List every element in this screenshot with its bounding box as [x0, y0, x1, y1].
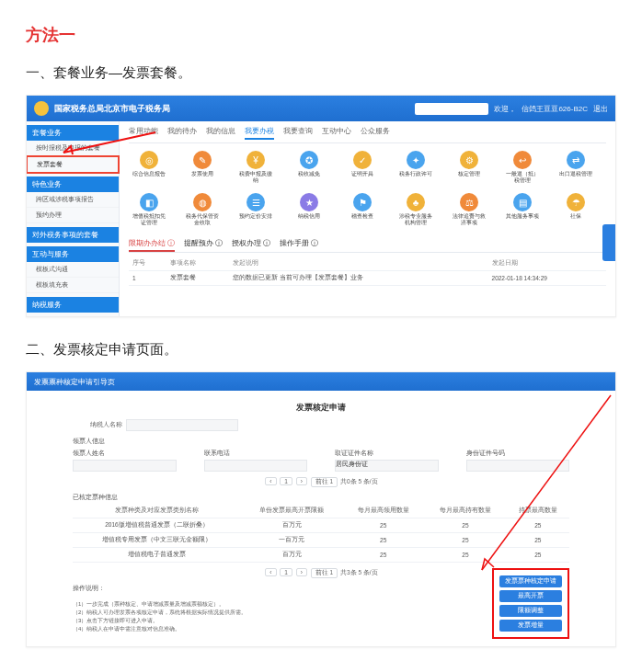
pager-info: 共3条 5 条/页: [340, 569, 378, 575]
top-tab[interactable]: 我要办税: [245, 127, 274, 140]
top-tab[interactable]: 我的待办: [167, 127, 197, 140]
table-header: 每月最高领用数量: [342, 504, 424, 518]
field-input[interactable]: [73, 460, 177, 472]
service-icon[interactable]: ¥税费申报及缴纳: [237, 151, 274, 184]
service-icon[interactable]: ☰预约定价安排: [237, 193, 274, 226]
sidebar-head[interactable]: 纳税服务: [27, 297, 119, 313]
icon-label: 其他服务事项: [506, 213, 539, 226]
service-icon[interactable]: ⇄出口退税管理: [557, 151, 594, 184]
table-cell: 2022-01-18 14:34:29: [488, 271, 606, 286]
agent-field: 身份证件号码: [466, 450, 570, 472]
task-tab[interactable]: 操作手册 ⓘ: [280, 237, 318, 252]
task-tab[interactable]: 授权办理 ⓘ: [232, 237, 270, 252]
sidebar-head[interactable]: 对外税务事项的套餐: [27, 227, 119, 243]
search-input[interactable]: [415, 103, 488, 115]
service-icon[interactable]: ▤其他服务事项: [504, 193, 541, 226]
field-input[interactable]: [466, 460, 570, 472]
form-title: 发票核定申请: [73, 402, 569, 414]
icon-label: 发票使用: [191, 171, 213, 184]
top-tab[interactable]: 公众服务: [361, 127, 390, 140]
section-assigned: 已核定票种信息: [73, 493, 569, 502]
sidebar-head[interactable]: 特色业务: [27, 177, 119, 192]
table-header: 序号: [129, 256, 166, 271]
table-header: 持票最高数量: [507, 504, 569, 518]
sidebar-item[interactable]: 模板式沟通: [27, 262, 119, 278]
service-icon[interactable]: ◧增值税抵扣凭证管理: [131, 193, 167, 226]
next-icon[interactable]: ›: [296, 568, 307, 576]
service-icon[interactable]: ★纳税信用: [291, 193, 327, 226]
top-tab[interactable]: 互动中心: [322, 127, 351, 140]
table-header: 单份发票最高开票限额: [241, 504, 342, 518]
service-icon[interactable]: ✪税收减免: [291, 151, 327, 184]
社保-icon: ☂: [567, 193, 585, 211]
field-label: 身份证件号码: [466, 450, 570, 458]
top-tab[interactable]: 我要查询: [283, 127, 313, 140]
logout-link[interactable]: 退出: [593, 104, 608, 114]
sidebar-item-invoice-package[interactable]: 发票套餐: [27, 156, 119, 173]
step-one-text: 一、套餐业务—发票套餐。: [26, 64, 616, 82]
table-cell: 25: [424, 518, 506, 533]
table-cell: 25: [507, 518, 569, 533]
icon-label: 税费申报及缴纳: [237, 171, 274, 184]
service-icon[interactable]: ↩一般退（抵）税管理: [504, 151, 541, 184]
taxpayer-label: 纳税人名称: [73, 419, 126, 431]
table-cell: 发票套餐: [166, 271, 229, 286]
sidebar-head[interactable]: 互动与服务: [27, 246, 119, 262]
service-icon[interactable]: ☂社保: [557, 193, 594, 226]
service-icon[interactable]: ⚑稽查检查: [344, 193, 381, 226]
service-icon[interactable]: ✎发票使用: [184, 151, 221, 184]
agent-field: 取证证件名称居民身份证: [335, 450, 439, 472]
goto-input[interactable]: 前往 1: [311, 477, 338, 487]
top-tabs: 常用功能我的待办我的信息我要办税我要查询互动中心公众服务: [129, 127, 606, 143]
action-button[interactable]: 最高开票: [499, 590, 562, 602]
table-row: 增值税电子普通发票百万元252525: [73, 548, 569, 563]
step-two-text: 二、发票核定申请页面。: [26, 341, 616, 359]
pager-info: 共0条 5 条/页: [340, 478, 378, 484]
service-icon[interactable]: ◍税务代保管资金收取: [184, 193, 221, 226]
sidebar-item[interactable]: 跨区域涉税事项报告: [27, 192, 119, 208]
service-icon[interactable]: ✦税务行政许可: [397, 151, 434, 184]
page-1[interactable]: 1: [280, 568, 292, 576]
action-button[interactable]: 发票票种核定申请: [499, 575, 562, 587]
sidebar-item[interactable]: 资源通道: [27, 313, 119, 317]
税收减免-icon: ✪: [300, 151, 318, 169]
prev-icon[interactable]: ‹: [265, 568, 276, 576]
table-cell: 25: [342, 518, 424, 533]
pager-1[interactable]: ‹ 1 › 前往 1 共0条 5 条/页: [73, 477, 569, 487]
纳税信用-icon: ★: [300, 193, 318, 211]
table-cell: 25: [424, 533, 506, 548]
app-title: 国家税务总局北京市电子税务局: [54, 103, 415, 115]
service-icon[interactable]: ⚙核定管理: [451, 151, 487, 184]
sidebar-item[interactable]: 预约办理: [27, 208, 119, 223]
action-button[interactable]: 限额调整: [499, 605, 562, 617]
icon-label: 出口退税管理: [559, 171, 592, 184]
icon-label: 证明开具: [351, 171, 373, 184]
service-icon[interactable]: ✓证明开具: [344, 151, 381, 184]
prev-icon[interactable]: ‹: [265, 477, 276, 485]
table-row: 增值税专用发票（中文三联无金额限）一百万元252525: [73, 533, 569, 548]
icon-label: 一般退（抵）税管理: [504, 171, 541, 184]
taxpayer-row: 纳税人名称: [73, 419, 569, 431]
top-tab[interactable]: 我的信息: [206, 127, 235, 140]
预约定价安排-icon: ☰: [246, 193, 265, 211]
field-label: 联系电话: [204, 450, 308, 458]
table-cell: 您的数据已更新 当前可办理【发票套餐】业务: [229, 271, 488, 286]
service-icon[interactable]: ⚖法律追责与救济事项: [451, 193, 487, 226]
action-button[interactable]: 发票增量: [499, 620, 562, 632]
table-cell: 增值税电子普通发票: [73, 548, 241, 563]
page-breadcrumb: 发票票种核定申请引导页: [27, 372, 615, 391]
task-tab[interactable]: 限期办办结 ⓘ: [129, 237, 175, 252]
page-1[interactable]: 1: [280, 477, 292, 485]
table-cell: 25: [342, 533, 424, 548]
tax-emblem-icon: [34, 101, 49, 116]
service-icon[interactable]: ♣涉税专业服务机构管理: [397, 193, 434, 226]
task-tab[interactable]: 提醒预办 ⓘ: [184, 237, 223, 252]
goto-input[interactable]: 前往 1: [311, 568, 338, 578]
field-input[interactable]: 居民身份证: [335, 460, 439, 472]
sidebar-item[interactable]: 模板填充表: [27, 278, 119, 293]
help-float-icon[interactable]: [602, 224, 615, 261]
user-name: 信鸽王豆豆626-B2C: [522, 104, 588, 114]
taxpayer-value: [126, 419, 238, 431]
field-input[interactable]: [204, 460, 308, 472]
next-icon[interactable]: ›: [296, 477, 307, 485]
